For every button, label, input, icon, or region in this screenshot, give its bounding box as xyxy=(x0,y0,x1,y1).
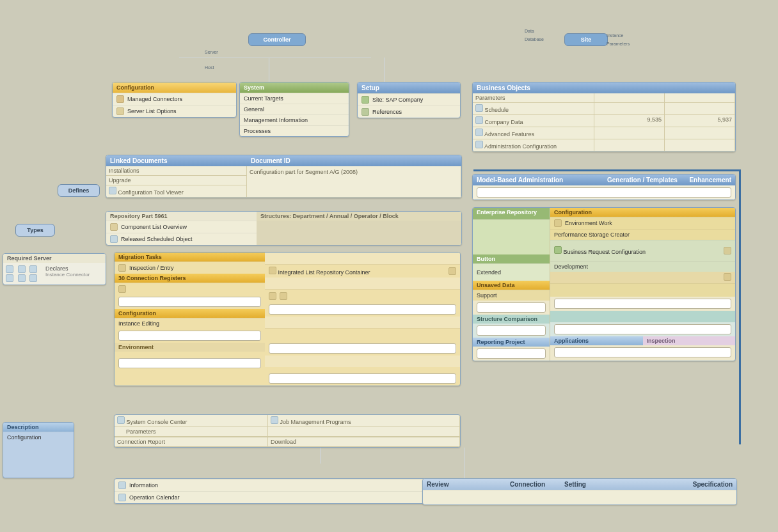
panel-model-admin[interactable]: Model-Based Administration Generation / … xyxy=(472,174,736,200)
column-header: Setting xyxy=(564,481,586,488)
list-item[interactable]: Schedule xyxy=(473,103,594,115)
list-item[interactable]: Component List Overview xyxy=(106,221,257,233)
conn-label: Server xyxy=(205,50,218,54)
input-row xyxy=(265,302,460,317)
panel-migration[interactable]: Migration Tasks Inspection / Entry 30 Co… xyxy=(114,252,461,386)
text-input[interactable] xyxy=(269,304,456,315)
section-header: Environment xyxy=(115,343,265,352)
text-input[interactable] xyxy=(269,343,456,354)
node-site[interactable]: Site xyxy=(564,33,608,46)
list-item[interactable]: Business Request Configuration xyxy=(550,240,735,261)
list-item[interactable]: Extended xyxy=(473,263,550,281)
input-row xyxy=(115,295,265,309)
list-item[interactable] xyxy=(265,289,460,302)
list-item[interactable]: Administration Configuration xyxy=(473,139,594,152)
list-item[interactable]: Operation Calendar xyxy=(115,491,460,503)
panel-enterprise[interactable]: Enterprise Repository Button Extended Un… xyxy=(472,207,736,361)
text-input[interactable] xyxy=(554,324,731,334)
panel-linked-documents[interactable]: Linked Documents Document ID Installatio… xyxy=(106,155,462,198)
list-item[interactable]: Installations xyxy=(106,166,247,176)
list-item[interactable]: Job Management Programs xyxy=(268,415,460,427)
list-item[interactable]: Server List Options xyxy=(113,105,236,117)
text-input[interactable] xyxy=(554,347,731,357)
value: 9,535 xyxy=(594,115,665,127)
section-header xyxy=(265,356,460,367)
section-header xyxy=(550,272,735,283)
list-item[interactable]: Performance Storage Creator xyxy=(550,229,735,240)
list-item[interactable]: System Console Center xyxy=(115,415,268,427)
input-row xyxy=(115,329,265,343)
list-item[interactable]: Configuration xyxy=(3,432,74,442)
list-item[interactable]: Site: SAP Company xyxy=(358,93,460,106)
list-item[interactable]: Configuration Tool Viewer xyxy=(106,185,247,198)
panel-information[interactable]: Information Operation Calendar xyxy=(114,478,461,504)
text-input[interactable] xyxy=(269,373,456,384)
list-item[interactable]: General xyxy=(240,104,349,114)
doc-icon xyxy=(118,481,126,489)
list-item[interactable]: Upgrade xyxy=(106,176,247,185)
panel-header: Review Connection Setting Specification xyxy=(423,479,736,490)
input-row xyxy=(265,341,460,356)
list-item[interactable]: Parameters xyxy=(115,427,268,437)
input-row xyxy=(550,297,735,311)
list-item[interactable] xyxy=(115,283,265,295)
panel-required-server[interactable]: Required Server Declares Instance Connec… xyxy=(3,253,106,285)
card-icon xyxy=(269,292,276,300)
text-input[interactable] xyxy=(477,302,546,313)
list-item[interactable]: Information xyxy=(115,479,460,491)
panel-business-objects[interactable]: Business Objects Parameters Schedule Com… xyxy=(472,82,736,152)
node-defines[interactable]: Defines xyxy=(58,184,100,197)
thumb-icon xyxy=(29,265,37,273)
list-item[interactable] xyxy=(265,328,460,341)
text-input[interactable] xyxy=(554,299,731,309)
search-input[interactable] xyxy=(477,187,731,198)
list-item[interactable]: Environment Work xyxy=(550,217,735,229)
list-item[interactable]: Configuration part for Segment A/G (2008… xyxy=(247,166,461,198)
panel-configuration[interactable]: Configuration Managed Connectors Server … xyxy=(112,82,237,118)
list-item[interactable]: Company Data xyxy=(473,115,594,127)
list-item[interactable]: Inspection / Entry xyxy=(115,262,265,274)
gear-icon[interactable] xyxy=(449,267,456,275)
doc-icon xyxy=(475,129,483,136)
list-item[interactable]: Managed Connectors xyxy=(113,93,236,105)
list-item[interactable]: Integrated List Repository Container xyxy=(265,264,460,278)
list-item[interactable]: Released Scheduled Object xyxy=(106,233,257,245)
input-row xyxy=(265,367,460,386)
text-input[interactable] xyxy=(118,331,261,341)
panel-description[interactable]: Description Configuration xyxy=(3,422,74,478)
list-item[interactable]: Connection Report xyxy=(115,437,268,447)
list-item[interactable]: Instance Editing xyxy=(115,318,265,329)
node-controller[interactable]: Controller xyxy=(248,33,306,46)
list-item[interactable] xyxy=(473,219,550,254)
list-item[interactable]: Development xyxy=(550,261,735,272)
panel-system[interactable]: System Current Targets General Managemen… xyxy=(239,82,349,137)
item-label: General xyxy=(244,106,264,113)
node-types[interactable]: Types xyxy=(15,224,55,237)
text-input[interactable] xyxy=(477,325,546,336)
list-item[interactable]: Support xyxy=(473,290,550,301)
table-row[interactable] xyxy=(423,490,736,505)
list-item[interactable]: Processes xyxy=(240,125,349,136)
thumb-icon xyxy=(6,274,13,282)
list-item[interactable]: Download xyxy=(268,437,460,447)
list-item[interactable]: References xyxy=(358,106,460,118)
column-header: Document ID xyxy=(251,157,290,164)
list-item[interactable]: Management Information xyxy=(240,114,349,125)
panel-title: Description xyxy=(3,423,74,432)
panel-setup[interactable]: Setup Site: SAP Company References xyxy=(357,82,461,118)
list-item[interactable] xyxy=(550,283,735,297)
card-icon xyxy=(280,292,287,300)
gear-icon[interactable] xyxy=(724,247,731,254)
panel-review[interactable]: Review Connection Setting Specification xyxy=(422,478,737,505)
text-input[interactable] xyxy=(118,297,261,307)
text-input[interactable] xyxy=(118,358,261,368)
list-item[interactable]: Parameters xyxy=(473,93,594,103)
item-label: Declares xyxy=(45,265,103,272)
list-item[interactable]: Current Targets xyxy=(240,93,349,104)
text-input[interactable] xyxy=(477,348,546,359)
list-item[interactable]: Advanced Features xyxy=(473,127,594,139)
panel-system-console[interactable]: System Console Center Job Management Pro… xyxy=(114,414,461,448)
card-icon xyxy=(110,223,118,231)
panel-repository[interactable]: Repository Part 5961 Component List Over… xyxy=(106,211,462,246)
conn-label: Instance xyxy=(607,33,623,38)
